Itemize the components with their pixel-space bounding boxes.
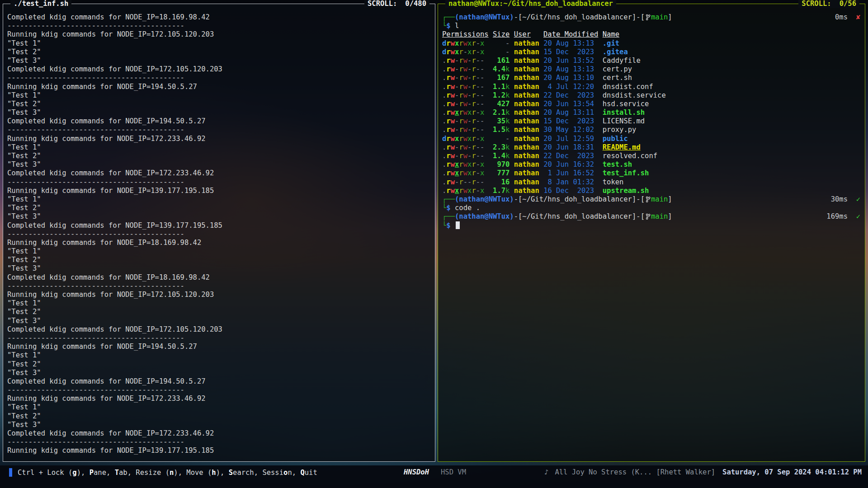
left-pane-content: Completed kdig commands for NODE_IP=18.1… xyxy=(7,13,433,460)
terminal-line: Running kdig commands for NODE_IP=172.10… xyxy=(7,30,433,39)
terminal-line: "Test 1" xyxy=(7,351,433,360)
terminal-line: "Test 1" xyxy=(7,39,433,48)
filename: proxy.py xyxy=(603,126,637,134)
git-branch-icon xyxy=(646,14,651,21)
filename: README.md xyxy=(603,143,641,151)
zellij-screen: ./test_inf.sh SCROLL:0/480 Completed kdi… xyxy=(0,0,868,488)
terminal-line: "Test 2" xyxy=(7,412,433,421)
terminal-line: "Test 3" xyxy=(7,264,433,273)
file-row: .rwxrwxr-x 1.7k nathan 16 Dec 2023 upstr… xyxy=(442,187,863,195)
terminal-line: "Test 1" xyxy=(7,299,433,308)
terminal-line: Completed kdig commands for NODE_IP=18.1… xyxy=(7,13,433,22)
file-row: .rw-rw-r-- 2.3k nathan 20 Jun 18:31 READ… xyxy=(442,143,863,152)
session-info: HNSDoHHSD VM xyxy=(404,468,466,477)
file-row: .rw-r--r-- 16 nathan 8 Jan 01:32 token xyxy=(442,178,863,187)
prompt-line: ┌──(nathan@NWTux)-[~/Git/hns_doh_loadbal… xyxy=(442,195,863,204)
terminal-line: "Test 2" xyxy=(7,100,433,108)
scroll-label: SCROLL: xyxy=(368,0,397,8)
file-row: .rw-rw-r-- 35k nathan 15 Dec 2023 LICENS… xyxy=(442,117,863,126)
terminal-line: "Test 1" xyxy=(7,143,433,152)
filename: hsd.service xyxy=(603,100,649,108)
filename: LICENSE.md xyxy=(603,117,645,125)
datetime: Saturday, 07 Sep 2024 04:01:12 PM xyxy=(722,468,862,476)
file-row: .rwxrwxr-x 777 nathan 1 Jun 16:52 test_i… xyxy=(442,169,863,178)
terminal-line: "Test 1" xyxy=(7,91,433,100)
terminal-line: Running kdig commands for NODE_IP=172.10… xyxy=(7,291,433,299)
filename: test.sh xyxy=(603,160,632,169)
terminal-line: "Test 2" xyxy=(7,152,433,160)
right-pane-content[interactable]: ┌──(nathan@NWTux)-[~/Git/hns_doh_loadbal… xyxy=(442,13,863,460)
filename: .git xyxy=(603,39,619,47)
filename: install.sh xyxy=(603,108,645,117)
terminal-line: "Test 1" xyxy=(7,195,433,204)
file-row: drwxrwxr-x - nathan 20 Jul 12:59 public xyxy=(442,135,863,143)
terminal-cursor[interactable] xyxy=(456,221,460,229)
command-line: └$ l xyxy=(442,22,863,30)
prompt-line: ┌──(nathan@NWTux)-[~/Git/hns_doh_loadbal… xyxy=(442,13,863,22)
terminal-line: Completed kdig commands for NODE_IP=172.… xyxy=(7,65,433,74)
terminal-line: Running kdig commands for NODE_IP=194.50… xyxy=(7,343,433,351)
left-pane-scroll-indicator: SCROLL:0/480 xyxy=(364,0,429,8)
terminal-line: "Test 2" xyxy=(7,308,433,316)
git-branch-icon xyxy=(646,213,651,220)
file-row: .rw-rw-r-- 1.4k nathan 22 Dec 2023 resol… xyxy=(442,152,863,160)
terminal-line: Completed kdig commands for NODE_IP=172.… xyxy=(7,325,433,334)
file-row: drwxr-xr-x - nathan 15 Dec 2023 .gitea xyxy=(442,48,863,56)
filename: Caddyfile xyxy=(603,56,641,65)
filename: test_inf.sh xyxy=(603,169,649,177)
terminal-line: "Test 2" xyxy=(7,204,433,212)
vm-label: HSD VM xyxy=(441,468,466,476)
status-bar: Ctrl + Lock (g), Pane, Tab, Resize (n), … xyxy=(0,465,868,488)
terminal-line: ----------------------------------------… xyxy=(7,386,433,394)
terminal-line: Running kdig commands for NODE_IP=139.17… xyxy=(7,446,433,455)
file-row: drwxrwxr-x - nathan 20 Aug 13:13 .git xyxy=(442,39,863,48)
terminal-line: ----------------------------------------… xyxy=(7,74,433,82)
terminal-line: "Test 3" xyxy=(7,421,433,429)
filename: cert.py xyxy=(603,65,632,73)
terminal-line: ----------------------------------------… xyxy=(7,438,433,446)
file-row: .rw-rw-r-- 161 nathan 20 Jun 13:52 Caddy… xyxy=(442,56,863,65)
terminal-line: "Test 3" xyxy=(7,160,433,169)
terminal-line: Completed kdig commands for NODE_IP=18.1… xyxy=(7,273,433,282)
now-playing: ♪All Joy No Stress (K... [Rhett Walker] xyxy=(544,468,715,476)
filename: upstream.sh xyxy=(603,187,649,195)
terminal-line: Completed kdig commands for NODE_IP=139.… xyxy=(7,221,433,230)
file-row: .rw-rw-r-- 4.4k nathan 20 Aug 13:13 cert… xyxy=(442,65,863,74)
terminal-line: Running kdig commands for NODE_IP=172.23… xyxy=(7,394,433,403)
terminal-line: "Test 1" xyxy=(7,247,433,256)
keybind-hint-text: Ctrl + Lock (g), Pane, Tab, Resize (n), … xyxy=(18,469,317,477)
terminal-line: "Test 3" xyxy=(7,108,433,117)
right-pane-scroll-indicator: SCROLL:0/56 xyxy=(798,0,859,8)
listing-header-row: Permissions Size User Date Modified Name xyxy=(442,30,863,39)
terminal-line: "Test 2" xyxy=(7,256,433,264)
status-right: ♪All Joy No Stress (K... [Rhett Walker]S… xyxy=(544,468,862,477)
scroll-value: 0/480 xyxy=(405,0,426,8)
right-pane[interactable]: nathan@NWTux:~/Git/hns_doh_loadbalancer … xyxy=(438,4,865,462)
file-row: .rwxrwxr-x 2.1k nathan 20 Aug 13:11 inst… xyxy=(442,108,863,117)
terminal-line: "Test 2" xyxy=(7,48,433,56)
filename: cert.sh xyxy=(603,74,632,82)
terminal-line: Completed kdig commands for NODE_IP=194.… xyxy=(7,377,433,386)
terminal-line: Running kdig commands for NODE_IP=194.50… xyxy=(7,83,433,91)
terminal-line: Running kdig commands for NODE_IP=172.23… xyxy=(7,135,433,143)
right-pane-title: nathan@NWTux:~/Git/hns_doh_loadbalancer xyxy=(445,0,616,8)
terminal-line: Running kdig commands for NODE_IP=18.169… xyxy=(7,239,433,247)
git-branch-icon xyxy=(646,196,651,203)
scroll-label: SCROLL: xyxy=(802,0,831,8)
prompt-line: ┌──(nathan@NWTux)-[~/Git/hns_doh_loadbal… xyxy=(442,212,863,221)
terminal-line: ----------------------------------------… xyxy=(7,22,433,30)
terminal-line: "Test 3" xyxy=(7,369,433,377)
scroll-value: 0/56 xyxy=(840,0,856,8)
terminal-line: "Test 2" xyxy=(7,360,433,369)
terminal-line: Completed kdig commands for NODE_IP=172.… xyxy=(7,169,433,178)
mode-indicator-bar xyxy=(9,468,12,477)
terminal-line: Completed kdig commands for NODE_IP=172.… xyxy=(7,429,433,438)
terminal-line: Completed kdig commands for NODE_IP=194.… xyxy=(7,117,433,126)
keybind-hints: Ctrl + Lock (g), Pane, Tab, Resize (n), … xyxy=(9,468,317,477)
terminal-line: ----------------------------------------… xyxy=(7,178,433,187)
left-pane[interactable]: ./test_inf.sh SCROLL:0/480 Completed kdi… xyxy=(3,4,435,462)
file-row: .rw-rw-r-- 1.2k nathan 22 Dec 2023 dnsdi… xyxy=(442,91,863,100)
terminal-line: "Test 3" xyxy=(7,317,433,325)
filename: resolved.conf xyxy=(603,152,657,160)
left-pane-title: ./test_inf.sh xyxy=(10,0,71,8)
